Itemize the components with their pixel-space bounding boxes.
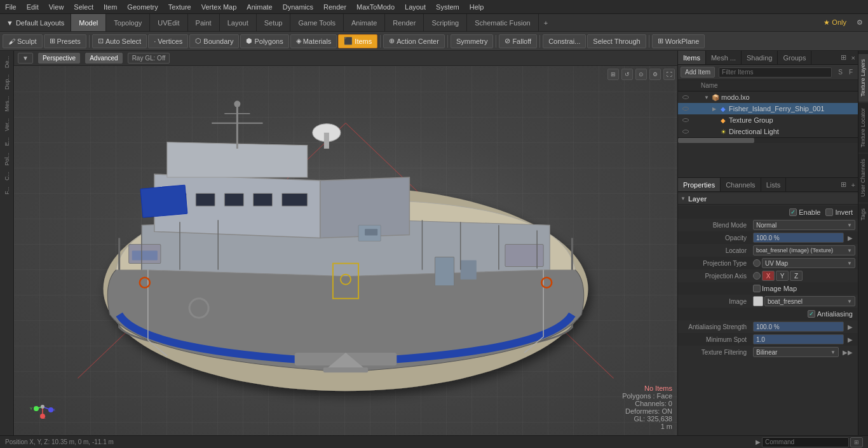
items-panel-close-btn[interactable]: × [849,53,858,63]
menu-texture[interactable]: Texture [163,2,196,12]
viewport-fit-btn[interactable]: ⊞ [607,69,619,80]
tab-schematic-fusion[interactable]: Schematic Fusion [467,14,538,31]
tab-scripting[interactable]: Scripting [424,14,467,31]
viewport-settings-btn[interactable]: ⚙ [649,69,661,80]
menu-maxtomodo[interactable]: MaxToModo [351,2,400,12]
workplane-button[interactable]: ⊞ WorkPlane [652,34,705,48]
sidebar-item-edge[interactable]: E... [3,135,11,149]
axis-x-button[interactable]: X [762,271,775,281]
right-tab-texture-locator[interactable]: Texture Locator [858,102,868,153]
tab-model[interactable]: Model [71,14,106,31]
command-input[interactable] [762,437,849,447]
tab-properties[interactable]: Properties [678,178,721,191]
items-button[interactable]: ⬛ Items [338,34,377,48]
tab-uvedit[interactable]: UVEdit [150,14,187,31]
menu-layout[interactable]: Layout [400,2,431,12]
menu-animate[interactable]: Animate [241,2,277,12]
menu-help[interactable]: Help [465,2,489,12]
items-col-s[interactable]: S [836,67,845,77]
aa-expand-btn[interactable]: ▶ [845,323,855,331]
polygons-button[interactable]: ⬢ Polygons [240,34,288,48]
menu-render[interactable]: Render [318,2,351,12]
opacity-input[interactable] [753,233,844,243]
aa-strength-input[interactable] [753,322,844,332]
image-dropdown[interactable]: boat_fresnel ▼ [764,296,855,306]
materials-button[interactable]: ◈ Materials [290,34,337,48]
menu-geometry[interactable]: Geometry [122,2,163,12]
filter-items-input[interactable] [719,67,832,78]
min-spot-expand-btn[interactable]: ▶ [845,336,855,344]
right-tab-user-channels[interactable]: User Channels [858,153,868,202]
boundary-button[interactable]: ⬡ Boundary [189,34,239,48]
opacity-expand-btn[interactable]: ▶ [845,234,855,242]
tab-items[interactable]: Items [678,51,706,64]
eye-light[interactable] [681,130,691,133]
tab-lists[interactable]: Lists [761,178,787,191]
menu-vertex-map[interactable]: Vertex Map [196,2,242,12]
sculpt-button[interactable]: 🖌 Sculpt [3,34,43,48]
tree-item-texgroup[interactable]: ◆ Texture Group [678,114,858,126]
eye-ferry[interactable] [681,107,691,111]
mode-settings-button[interactable]: ⚙ [851,16,868,29]
sidebar-item-default[interactable]: De... [3,53,11,71]
antialiasing-checkbox[interactable]: ✓ [808,310,815,318]
items-scrollbar-thumb[interactable] [678,138,754,143]
tab-shading[interactable]: Shading [742,51,778,64]
viewport-advanced-btn[interactable]: Advanced [85,53,122,64]
tab-paint[interactable]: Paint [188,14,220,31]
menu-system[interactable]: System [431,2,465,12]
menu-dynamics[interactable]: Dynamics [278,2,318,12]
items-scrollbar[interactable] [678,137,858,142]
tab-animate[interactable]: Animate [344,14,385,31]
eye-texgroup[interactable] [681,118,691,122]
add-item-button[interactable]: Add Item [681,67,715,78]
enable-checkbox[interactable]: ✓ [789,208,797,216]
items-panel-expand-btn[interactable]: ⊞ [838,52,849,63]
tab-mesh[interactable]: Mesh ... [706,51,742,64]
viewport-rotate-btn[interactable]: ↺ [621,69,633,80]
tab-gametools[interactable]: Game Tools [290,14,344,31]
eye-modolxo[interactable] [681,95,691,99]
select-through-button[interactable]: Select Through [587,34,646,48]
symmetry-button[interactable]: Symmetry [451,34,494,48]
proj-type-radio[interactable] [753,259,761,267]
items-col-f[interactable]: F [846,67,855,77]
props-panel-expand-btn[interactable]: ⊞ [838,179,849,190]
tex-filter-expand-btn[interactable]: ▶▶ [840,348,855,356]
axis-y-button[interactable]: Y [776,271,789,281]
presets-button[interactable]: ⊞ Presets [44,34,86,48]
layout-selector[interactable]: ▼ Default Layouts [0,14,71,31]
vertices-button[interactable]: · Vertices [148,34,188,48]
menu-item[interactable]: Item [98,2,122,12]
viewport-fullscreen-btn[interactable]: ⛶ [663,69,675,80]
falloff-button[interactable]: ⊘ Falloff [499,34,537,48]
projection-type-dropdown[interactable]: UV Map ▼ [762,258,855,268]
add-tab-button[interactable]: + [539,17,553,29]
proj-axis-radio[interactable] [753,272,761,280]
tree-item-modolxo[interactable]: ▼ 📦 modo.lxo [678,92,858,103]
menu-file[interactable]: File [0,2,22,12]
sidebar-item-f[interactable]: F... [3,184,11,197]
auto-select-button[interactable]: ⊡ Auto Select [92,34,147,48]
axis-z-button[interactable]: Z [790,271,803,281]
star-only-button[interactable]: ★ Only [818,16,851,29]
tab-layout[interactable]: Layout [220,14,257,31]
tab-render[interactable]: Render [385,14,424,31]
tab-groups[interactable]: Groups [778,51,811,64]
sidebar-item-c[interactable]: C... [3,169,11,183]
viewport-camera-btn[interactable]: ▼ [18,53,33,64]
tab-setup[interactable]: Setup [257,14,291,31]
image-map-checkbox[interactable] [753,285,761,292]
command-submit-btn[interactable]: ⊞ [850,437,863,447]
viewport-canvas[interactable]: ⊞ ↺ ⊙ ⚙ ⛶ Z Y X [14,66,677,435]
viewport-zoom-fit-btn[interactable]: ⊙ [635,69,647,80]
constrain-button[interactable]: Constrai... [543,34,586,48]
action-center-button[interactable]: ⊕ Action Center [383,34,445,48]
tex-filter-dropdown[interactable]: Bilinear ▼ [753,347,839,357]
sidebar-item-poly[interactable]: Pol... [3,150,11,168]
viewport-perspective-btn[interactable]: Perspective [38,53,80,64]
sidebar-item-mesh[interactable]: Mes... [3,93,11,114]
menu-view[interactable]: View [44,2,69,12]
blend-mode-dropdown[interactable]: Normal ▼ [753,220,855,230]
menu-edit[interactable]: Edit [22,2,44,12]
